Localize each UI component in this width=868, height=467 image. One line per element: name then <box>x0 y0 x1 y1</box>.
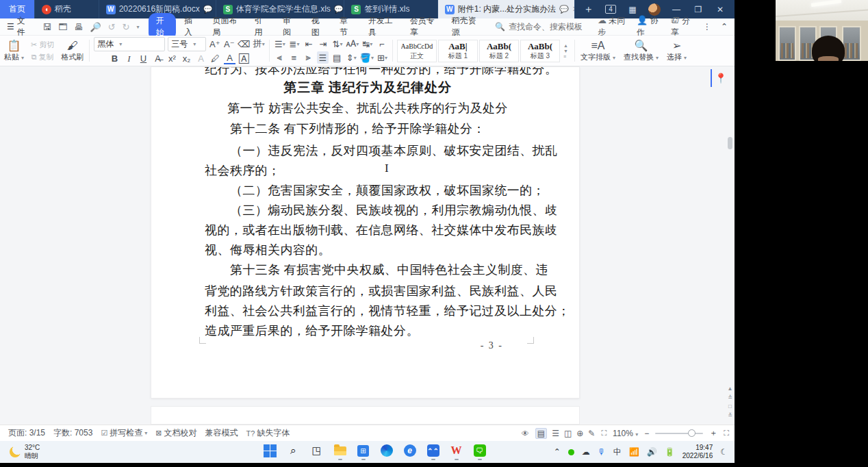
decrease-indent-icon[interactable]: ⇤ <box>303 38 314 50</box>
subscript-icon[interactable]: x₂ <box>181 53 192 65</box>
more-menu-button[interactable]: ⋮ <box>703 22 711 31</box>
ime-indicator[interactable]: 中 <box>613 446 622 458</box>
close-button[interactable]: ✕ <box>711 3 729 16</box>
decrease-font-icon[interactable]: A⁻ <box>223 38 235 50</box>
wps-office-button[interactable]: W <box>449 444 463 460</box>
print-preview-icon[interactable]: 🔎 <box>90 22 101 32</box>
page-view-icon[interactable]: ▤ <box>535 428 547 439</box>
wechat-button[interactable]: 🗨 <box>472 444 487 460</box>
restore-button[interactable]: ❐ <box>689 3 707 16</box>
scroll-up-icon[interactable]: ▲ <box>728 386 733 392</box>
zoom-slider-knob[interactable] <box>688 429 695 437</box>
web-layout-icon[interactable]: ⊕ <box>576 429 583 438</box>
collaborate-button[interactable]: 👤 协作 <box>637 15 661 38</box>
wifi-icon[interactable]: 📶 <box>629 447 639 457</box>
document-area[interactable]: 纪行为、按本办法应给予任何一种处分的，给予开除学籍处分。 第三章 违纪行为及纪律… <box>0 66 735 425</box>
previous-page-icon[interactable]: ≙ <box>728 394 732 401</box>
edge-browser-button[interactable] <box>379 444 394 460</box>
justify-icon[interactable]: ☰ <box>317 51 329 64</box>
eye-protection-icon[interactable]: 👁 <box>522 429 529 438</box>
night-mode-icon[interactable]: ☾ <box>720 447 728 457</box>
account-avatar[interactable] <box>646 3 663 16</box>
text-effects-icon[interactable]: A <box>195 53 207 65</box>
style-normal[interactable]: AaBbCcDd 正文 <box>397 40 437 62</box>
read-mode-icon[interactable]: ◫ <box>564 429 572 438</box>
fit-page-icon[interactable]: ⛶ <box>601 429 607 438</box>
align-left-icon[interactable]: ⫷ <box>274 51 285 64</box>
style-heading3[interactable]: AaBb( 标题 3 <box>520 40 560 62</box>
task-view-button[interactable]: ◳ <box>309 444 324 460</box>
italic-icon[interactable]: I <box>123 53 135 65</box>
sync-status[interactable]: ☁ 未同步 <box>598 15 627 38</box>
cut-button[interactable]: ✂剪切 <box>31 40 54 50</box>
format-painter-button[interactable]: 🖌 格式刷 <box>57 36 88 66</box>
increase-indent-icon[interactable]: ⇥ <box>317 38 329 50</box>
print-icon[interactable]: 🖶 <box>74 22 83 32</box>
line-spacing-icon[interactable]: ⇕▾ <box>346 51 357 64</box>
font-color-icon[interactable]: A <box>224 53 235 64</box>
style-heading2[interactable]: AaBb( 标题 2 <box>479 40 519 62</box>
underline-icon[interactable]: U <box>138 53 149 65</box>
battery-icon[interactable]: 🔋 <box>665 447 675 457</box>
strikethrough-icon[interactable]: A̶ <box>152 53 164 65</box>
collapse-ribbon-button[interactable]: ⌃ <box>721 22 728 31</box>
command-search-input[interactable] <box>509 22 598 31</box>
distribute-icon[interactable]: ▤ <box>331 51 343 64</box>
superscript-icon[interactable]: x² <box>166 53 178 65</box>
volume-icon[interactable]: 🔊 <box>647 447 657 457</box>
font-size-select[interactable]: 三号▾ <box>168 37 206 51</box>
zoom-out-button[interactable]: − <box>644 429 649 438</box>
bold-icon[interactable]: B <box>109 53 120 65</box>
font-name-select[interactable]: 黑体▾ <box>94 37 165 51</box>
copy-button[interactable]: ⧉复制 <box>31 52 54 62</box>
microsoft-store-button[interactable]: ⊞ <box>356 444 370 460</box>
style-gallery-scroll[interactable]: ▲ ▼ ≡ <box>561 43 570 59</box>
window-switcher-button[interactable]: 4 <box>602 3 620 16</box>
fullscreen-icon[interactable]: ⛶ <box>724 429 729 438</box>
wechat-tray-icon[interactable] <box>568 449 574 455</box>
document-page-4-top[interactable] <box>151 406 580 425</box>
highlight-icon[interactable]: 🖊 <box>209 53 221 65</box>
text-layout-button[interactable]: ≡A 文字排版 ▾ <box>576 36 620 66</box>
missing-fonts-button[interactable]: T? 缺失字体 <box>246 427 290 439</box>
cloud-drive-app-button[interactable]: ⌃⌃ <box>426 444 440 460</box>
spellcheck-toggle[interactable]: ☑ 拼写检查 ▾ <box>101 427 147 439</box>
asian-layout-icon[interactable]: 🗚▾ <box>346 38 359 50</box>
hidden-icons-chevron[interactable]: ⌃ <box>554 447 561 457</box>
paste-button[interactable]: 📋 粘贴 ▾ <box>0 36 28 66</box>
minimize-button[interactable]: — <box>667 3 685 16</box>
start-button[interactable] <box>263 444 277 460</box>
proofread-button[interactable]: ⊠ 文档校对 <box>155 427 196 439</box>
undo-icon[interactable]: ↺ <box>108 22 116 32</box>
select-browse-object-icon[interactable]: □ <box>728 403 732 409</box>
phonetic-guide-icon[interactable]: 拼▾ <box>253 38 265 50</box>
taskbar-clock[interactable]: 19:47 2022/6/16 <box>682 444 713 460</box>
app-grid-button[interactable]: ▦ <box>624 3 641 16</box>
style-heading1[interactable]: AaB| 标题 1 <box>438 40 478 62</box>
cloud-tray-icon[interactable]: ☁ <box>582 447 590 457</box>
customize-caret-icon[interactable]: ▾ <box>136 24 139 30</box>
taskbar-weather-widget[interactable]: 32°C 晴朗 <box>0 444 137 460</box>
write-mode-icon[interactable]: ✎ <box>588 429 595 438</box>
outline-view-icon[interactable]: ☰ <box>552 429 559 438</box>
tab-docer[interactable]: ◖ 稻壳 <box>35 0 99 18</box>
shading-icon[interactable]: 🪣▾ <box>360 51 374 64</box>
microphone-icon[interactable]: 🎙 <box>598 447 606 457</box>
numbered-list-icon[interactable]: ≣▾ <box>288 38 300 50</box>
align-center-icon[interactable]: ≡ <box>288 51 300 64</box>
browser-e-button[interactable]: e <box>403 444 417 460</box>
find-replace-button[interactable]: 🔍 查找替换 ▾ <box>620 36 663 66</box>
export-pdf-icon[interactable]: 🗔 <box>58 22 67 32</box>
sort-icon[interactable]: ⇅▾ <box>331 38 343 50</box>
zoom-in-button[interactable]: ＋ <box>709 427 717 439</box>
align-right-icon[interactable]: ⫸ <box>303 51 314 64</box>
file-explorer-button[interactable] <box>333 444 347 460</box>
page-indicator[interactable]: 页面: 3/15 <box>8 427 45 439</box>
select-button[interactable]: ➢ 选择 ▾ <box>663 36 691 66</box>
borders-icon[interactable]: ⊞▾ <box>376 51 388 64</box>
command-search[interactable]: 🔍 <box>495 22 598 31</box>
share-button[interactable]: 🖅 分享 <box>671 15 693 38</box>
vertical-scrollbar[interactable]: ▲ ≙ □ ≚ <box>726 66 735 425</box>
next-page-icon[interactable]: ≚ <box>728 412 732 418</box>
compat-mode-indicator[interactable]: 兼容模式 <box>205 427 238 439</box>
